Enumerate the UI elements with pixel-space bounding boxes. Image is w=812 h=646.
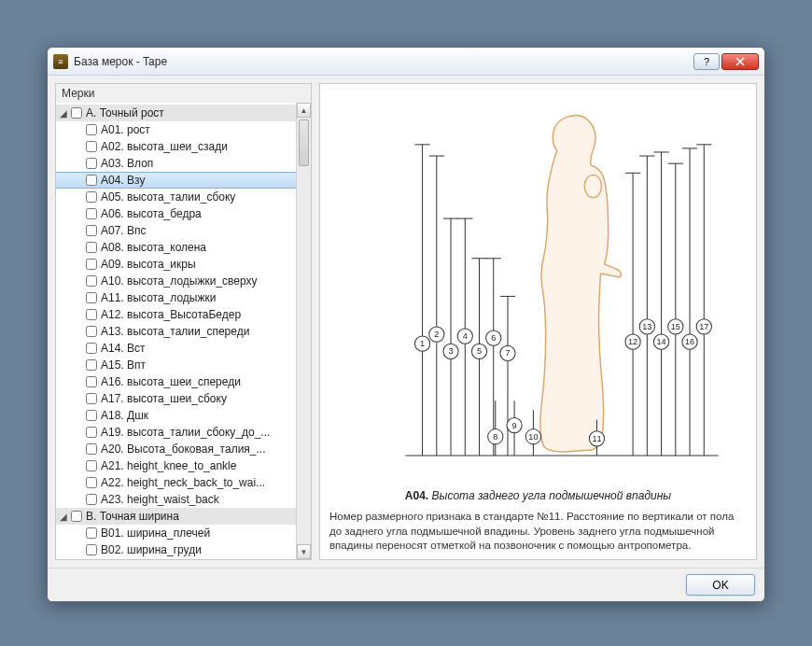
item-checkbox[interactable]: [86, 191, 97, 203]
marker-label: 8: [493, 432, 497, 442]
item-checkbox[interactable]: [86, 477, 97, 488]
group-label: A. Точный рост: [86, 106, 164, 119]
item-checkbox[interactable]: [86, 427, 97, 438]
tree-item[interactable]: B01. ширина_плечей: [56, 525, 296, 541]
group-label: B. Точная ширина: [86, 510, 179, 523]
item-label: A01. рост: [101, 123, 150, 136]
body-diagram: 1234567891011121314151617: [329, 90, 747, 484]
tree-item[interactable]: A03. Влоп: [56, 155, 296, 172]
tree-item[interactable]: A14. Вст: [56, 340, 296, 357]
item-label: A22. height_neck_back_to_wai...: [101, 476, 265, 489]
item-checkbox[interactable]: [86, 494, 97, 505]
item-checkbox[interactable]: [86, 393, 97, 404]
preview-panel: 1234567891011121314151617 A04. Высота за…: [319, 83, 757, 560]
item-checkbox[interactable]: [86, 343, 97, 354]
tree-item[interactable]: A06. высота_бедра: [56, 205, 296, 222]
tree-item[interactable]: A11. высота_лодыжки: [56, 289, 296, 306]
item-label: B01. ширина_плечей: [101, 527, 210, 540]
marker-label: 4: [463, 331, 468, 341]
item-checkbox[interactable]: [86, 124, 97, 135]
tree-item[interactable]: B03. ширина_талии: [56, 558, 296, 559]
tree-item[interactable]: A18. Дшк: [56, 407, 296, 424]
item-checkbox[interactable]: [86, 175, 97, 186]
item-label: A14. Вст: [101, 342, 146, 355]
scroll-up-button[interactable]: ▲: [297, 103, 311, 118]
group-checkbox[interactable]: [71, 511, 82, 522]
tree-item[interactable]: A16. высота_шеи_спереди: [56, 373, 296, 390]
tree-item[interactable]: A09. высота_икры: [56, 256, 296, 273]
item-checkbox[interactable]: [86, 208, 97, 219]
vertical-scrollbar[interactable]: ▲ ▼: [296, 103, 311, 559]
tree-item[interactable]: A23. height_waist_back: [56, 491, 296, 508]
item-label: A16. высота_шеи_спереди: [101, 375, 241, 388]
marker-label: 2: [434, 330, 439, 339]
tree-item[interactable]: A08. высота_колена: [56, 239, 296, 256]
marker-label: 1: [420, 339, 425, 348]
marker-label: 6: [491, 333, 496, 343]
marker-label: 15: [671, 322, 680, 331]
item-checkbox[interactable]: [86, 326, 97, 337]
item-label: A17. высота_шеи_сбоку: [101, 392, 227, 405]
titlebar[interactable]: ≡ База мерок - Tape ?: [48, 48, 764, 76]
item-label: A04. Взу: [101, 174, 145, 187]
dialog-window: ≡ База мерок - Tape ? Мерки ◢A. Точный р…: [47, 47, 765, 602]
marker-label: 13: [642, 322, 651, 331]
marker-label: 5: [477, 346, 482, 356]
item-label: A05. высота_талии_сбоку: [101, 190, 235, 204]
item-checkbox[interactable]: [86, 158, 97, 169]
item-checkbox[interactable]: [86, 376, 97, 387]
marker-label: 11: [592, 434, 601, 443]
item-label: B02. ширина_груди: [101, 543, 202, 556]
tree-item[interactable]: A15. Впт: [56, 357, 296, 373]
tree-item[interactable]: A01. рост: [56, 121, 296, 138]
tree-item[interactable]: B02. ширина_груди: [56, 541, 296, 558]
tree-group[interactable]: ◢A. Точный рост: [56, 105, 296, 121]
item-label: A21. height_knee_to_ankle: [101, 459, 236, 472]
tree-item[interactable]: A10. высота_лодыжки_сверху: [56, 273, 296, 289]
item-checkbox[interactable]: [86, 141, 97, 152]
tree-item[interactable]: A19. высота_талии_сбоку_до_...: [56, 424, 296, 441]
item-checkbox[interactable]: [86, 309, 97, 320]
tree-item[interactable]: A02. высота_шеи_сзади: [56, 138, 296, 155]
item-checkbox[interactable]: [86, 443, 97, 455]
item-checkbox[interactable]: [86, 527, 97, 539]
description-text: Номер размерного признака в стандарте №1…: [329, 510, 747, 554]
help-button[interactable]: ?: [693, 53, 720, 70]
item-checkbox[interactable]: [86, 460, 97, 471]
diagram-caption: A04. Высота заднего угла подмышечной впа…: [329, 489, 747, 502]
item-checkbox[interactable]: [86, 292, 97, 303]
item-label: A10. высота_лодыжки_сверху: [101, 274, 258, 288]
close-button[interactable]: [721, 53, 759, 70]
content-area: Мерки ◢A. Точный ростA01. ростA02. высот…: [48, 76, 764, 568]
item-label: A11. высота_лодыжки: [101, 291, 216, 304]
item-label: A18. Дшк: [101, 409, 148, 422]
item-label: A15. Впт: [101, 358, 146, 372]
panel-title: Мерки: [56, 84, 311, 103]
group-checkbox[interactable]: [71, 107, 82, 119]
tree-item[interactable]: A20. Высота_боковая_талия_...: [56, 441, 296, 457]
item-checkbox[interactable]: [86, 242, 97, 253]
item-checkbox[interactable]: [86, 410, 97, 421]
item-checkbox[interactable]: [86, 225, 97, 236]
tree-item[interactable]: A22. height_neck_back_to_wai...: [56, 474, 296, 491]
scroll-down-button[interactable]: ▼: [297, 544, 311, 559]
tree-item[interactable]: A05. высота_талии_сбоку: [56, 189, 296, 205]
item-label: A13. высота_талии_спереди: [101, 325, 249, 338]
caption-title: Высота заднего угла подмышечной впадины: [432, 489, 672, 502]
tree-group[interactable]: ◢B. Точная ширина: [56, 508, 296, 525]
tree-item[interactable]: A17. высота_шеи_сбоку: [56, 390, 296, 407]
tree-item[interactable]: A12. высота_ВысотаБедер: [56, 306, 296, 323]
tree-item[interactable]: A13. высота_талии_спереди: [56, 323, 296, 340]
tree-item[interactable]: A21. height_knee_to_ankle: [56, 457, 296, 474]
tree-item[interactable]: A07. Впс: [56, 222, 296, 239]
item-checkbox[interactable]: [86, 359, 97, 371]
item-label: A06. высота_бедра: [101, 207, 202, 220]
marker-label: 9: [512, 421, 517, 430]
item-checkbox[interactable]: [86, 275, 97, 287]
measurements-tree[interactable]: ◢A. Точный ростA01. ростA02. высота_шеи_…: [56, 103, 296, 559]
item-checkbox[interactable]: [86, 259, 97, 270]
scroll-thumb[interactable]: [299, 119, 309, 166]
ok-button[interactable]: OK: [686, 574, 755, 596]
tree-item[interactable]: A04. Взу: [56, 172, 296, 189]
item-checkbox[interactable]: [86, 544, 97, 555]
